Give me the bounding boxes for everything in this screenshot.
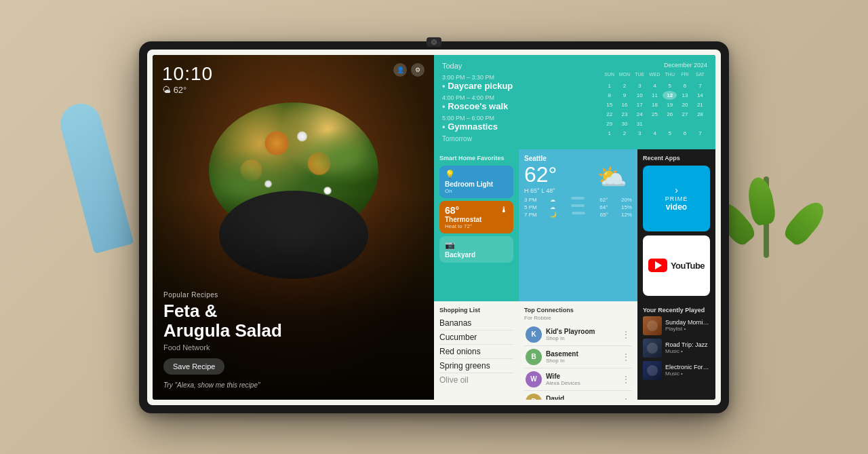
- music-item-1[interactable]: Sunday Morning Soul Playlist •: [643, 316, 710, 335]
- bedroom-light-device[interactable]: 💡 Bedroom Light On: [439, 166, 513, 198]
- salad-bowl: [199, 89, 389, 279]
- david-more-icon[interactable]: ⋮: [621, 396, 631, 400]
- calendar-day[interactable]: 14: [693, 91, 707, 100]
- calendar-day[interactable]: 5: [663, 129, 677, 138]
- calendar-day[interactable]: 20: [677, 100, 692, 109]
- calendar-day[interactable]: 2: [617, 81, 631, 90]
- smart-home-title: Smart Home Favorites: [439, 155, 513, 162]
- calendar-day[interactable]: 12: [663, 91, 677, 100]
- forecast-icon-2: ☁: [550, 204, 555, 210]
- connections-widget: Top Connections For Robbie K Kid's Playr…: [519, 301, 637, 400]
- recently-played-title: Your Recently Played: [643, 307, 710, 314]
- forecast-row-2: 5 PM☁64°15%: [524, 204, 632, 210]
- salad-contents: [209, 102, 378, 238]
- smart-home-widget: Smart Home Favorites 💡 Bedroom Light On …: [434, 149, 519, 301]
- road-trip-jazz-artist: Music •: [665, 348, 710, 354]
- calendar-day[interactable]: 18: [648, 100, 662, 109]
- profile-icon[interactable]: 👤: [393, 63, 407, 77]
- calendar-day[interactable]: 4: [648, 129, 662, 138]
- thermostat-status: Heat to 72°: [445, 223, 508, 229]
- connection-basement[interactable]: B Basement Shop In ⋮: [524, 346, 632, 368]
- prime-video-text: video: [666, 202, 687, 212]
- calendar-day[interactable]: 15: [602, 100, 616, 109]
- calendar-day[interactable]: 1: [602, 81, 616, 90]
- schedule-event-1: Daycare pickup: [442, 81, 597, 91]
- forecast-row-3: 7 PM🌙65°12%: [524, 212, 632, 218]
- calendar-day[interactable]: 11: [648, 91, 662, 100]
- shopping-item-1: Bananas: [439, 316, 513, 330]
- calendar-day[interactable]: 8: [602, 91, 616, 100]
- calendar-day[interactable]: 28: [693, 110, 707, 119]
- camera-lens: [431, 39, 437, 45]
- calendar-day[interactable]: 17: [633, 100, 647, 109]
- kids-playroom-info: Kid's Playroom Shop In: [546, 328, 617, 341]
- youtube-play-icon: [655, 261, 662, 269]
- calendar-day[interactable]: 3: [633, 81, 647, 90]
- connections-title: Top Connections: [524, 307, 632, 314]
- youtube-app[interactable]: YouTube: [643, 235, 710, 296]
- calendar-day[interactable]: 4: [648, 81, 662, 90]
- widgets-row: Smart Home Favorites 💡 Bedroom Light On …: [434, 149, 715, 301]
- calendar-day[interactable]: 7: [693, 81, 707, 90]
- calendar-day[interactable]: 16: [617, 100, 631, 109]
- shopping-list-title: Shopping List: [439, 307, 513, 314]
- calendar-day[interactable]: 26: [663, 110, 677, 119]
- connection-wife[interactable]: W Wife Alexa Devices ⋮: [524, 368, 632, 391]
- wife-name: Wife: [546, 373, 617, 380]
- road-trip-jazz-title: Road Trip: Jazz: [665, 341, 710, 348]
- connection-kids-playroom[interactable]: K Kid's Playroom Shop In ⋮: [524, 324, 632, 346]
- calendar-day[interactable]: 5: [663, 81, 677, 90]
- david-info: David Mobile: [546, 395, 617, 400]
- prime-text: prime: [665, 195, 688, 202]
- calendar-day[interactable]: 23: [617, 110, 631, 119]
- road-trip-jazz-info: Road Trip: Jazz Music •: [665, 341, 710, 354]
- schedule-left: Today 3:00 PM – 3:30 PM Daycare pickup 4…: [442, 62, 597, 143]
- youtube-text: YouTube: [671, 261, 705, 271]
- settings-icon[interactable]: ⚙: [411, 63, 425, 77]
- basement-avatar: B: [526, 349, 542, 365]
- backyard-name: Backyard: [445, 251, 508, 259]
- save-recipe-button[interactable]: Save Recipe: [163, 358, 224, 375]
- calendar-day[interactable]: 29: [602, 119, 616, 128]
- calendar-day[interactable]: 3: [633, 129, 647, 138]
- prime-arrow-icon: ›: [675, 185, 678, 195]
- wife-more-icon[interactable]: ⋮: [621, 374, 631, 385]
- kids-playroom-more-icon[interactable]: ⋮: [621, 329, 631, 340]
- connection-david[interactable]: D David Mobile ⋮: [524, 391, 632, 400]
- weather-icon: 🌤: [162, 85, 171, 95]
- calendar-day[interactable]: 6: [677, 129, 692, 138]
- prime-video-app[interactable]: › prime video: [643, 166, 710, 231]
- calendar-day[interactable]: 22: [602, 110, 616, 119]
- basement-more-icon[interactable]: ⋮: [621, 352, 631, 362]
- calendar-day[interactable]: 25: [648, 110, 662, 119]
- basement-status: Shop In: [546, 358, 617, 364]
- wife-status: Alexa Devices: [546, 380, 617, 386]
- music-item-2[interactable]: Road Trip: Jazz Music •: [643, 339, 710, 358]
- recently-played-widget: Your Recently Played Sunday Morning Soul…: [637, 301, 715, 400]
- calendar-day[interactable]: 2: [617, 129, 631, 138]
- music-item-3[interactable]: Electronic For Work Music •: [643, 361, 710, 380]
- calendar-day[interactable]: 31: [633, 119, 647, 128]
- thermostat-device[interactable]: 68° 🌡 Thermostat Heat to 72°: [439, 201, 513, 233]
- camera-icon: 📷: [445, 240, 508, 250]
- calendar-day[interactable]: 10: [633, 91, 647, 100]
- calendar-day[interactable]: 19: [663, 100, 677, 109]
- left-top-icons: 👤 ⚙: [393, 63, 425, 77]
- calendar-day[interactable]: 9: [617, 91, 631, 100]
- calendar-day[interactable]: 21: [693, 100, 707, 109]
- calendar-day[interactable]: 6: [677, 81, 692, 90]
- kids-playroom-avatar: K: [526, 326, 542, 343]
- calendar-day[interactable]: 13: [677, 91, 692, 100]
- thermostat-name: Thermostat: [445, 216, 508, 223]
- weather-city: Seattle: [524, 155, 632, 162]
- shopping-item-5: Olive oil: [439, 373, 513, 387]
- calendar-day[interactable]: 24: [633, 110, 647, 119]
- shopping-list-widget: Shopping List Bananas Cucumber Red onion…: [434, 301, 519, 400]
- whisk-decoration: [56, 99, 134, 254]
- calendar-day[interactable]: 27: [677, 110, 692, 119]
- calendar-day[interactable]: 7: [693, 129, 707, 138]
- recipe-category: Popular Recipes: [163, 291, 423, 299]
- calendar-day[interactable]: 30: [617, 119, 631, 128]
- calendar-day[interactable]: 1: [602, 129, 616, 138]
- backyard-device[interactable]: 📷 Backyard: [439, 236, 513, 263]
